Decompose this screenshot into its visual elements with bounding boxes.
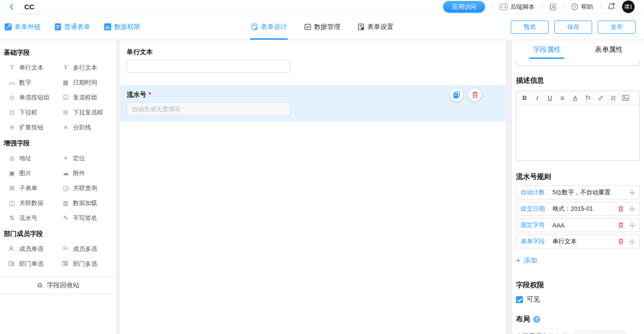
field-item-subform[interactable]: 子表单 (8, 185, 62, 192)
serial-number-icon (8, 214, 16, 221)
member-single-icon (8, 245, 16, 252)
tab-form-properties[interactable]: 表单属性 (578, 40, 640, 59)
rule-type-link[interactable]: 表单字段 (521, 237, 552, 246)
normal-form-button[interactable]: 普通表单 (55, 23, 90, 31)
field-item-signature[interactable]: 手写签名 (62, 214, 116, 221)
move-handle-icon[interactable] (629, 206, 635, 212)
normal-form-label: 普通表单 (64, 23, 90, 31)
user-avatar[interactable]: 谭1 (622, 0, 635, 13)
data-permission-icon (104, 23, 111, 30)
serial-number-input[interactable] (127, 102, 290, 115)
field-item-data-load[interactable]: 数据加载 (62, 199, 116, 206)
italic-icon[interactable] (531, 93, 544, 103)
rule-type-link[interactable]: 自动计数 (521, 188, 552, 197)
align-icon[interactable] (556, 93, 569, 103)
delete-rule-icon[interactable] (618, 222, 624, 228)
rule-value: 格式：2015-01 (552, 205, 618, 213)
tab-form-settings[interactable]: 表单设置 (358, 14, 394, 40)
field-item-checkbox-group[interactable]: 复选框组 (62, 94, 116, 101)
app-access-button[interactable]: 应用访问 (443, 1, 485, 13)
text-icon (8, 64, 16, 71)
form-canvas[interactable]: 单行文本 流水号 * (120, 40, 506, 334)
unlink-icon[interactable] (607, 93, 619, 103)
tab-field-properties[interactable]: 字段属性 (516, 40, 578, 59)
editor-toolbar (516, 91, 639, 105)
field-width-select[interactable]: 全部 (574, 330, 625, 334)
field-item-extend-button[interactable]: 扩展按钮 (8, 124, 62, 131)
section-title-basic-fields: 基础字段 (4, 49, 116, 57)
field-item-dept-single[interactable]: 部门单选 (8, 260, 62, 267)
field-item-image[interactable]: 图片 (8, 170, 62, 177)
visible-checkbox[interactable] (516, 296, 523, 303)
field-item-number[interactable]: 数字 (8, 79, 62, 86)
description-editor-body[interactable] (516, 105, 639, 160)
number-icon (8, 79, 16, 86)
section-title-enhanced-fields: 增强字段 (4, 139, 116, 148)
field-recycle-bin-button[interactable]: 字段回收站 (0, 277, 116, 294)
field-item-member-single[interactable]: 成员单选 (8, 245, 62, 252)
field-item-single-line-text[interactable]: 单行文本 (8, 64, 62, 71)
radio-group-icon (8, 94, 16, 101)
backend-script-button[interactable]: 后端脚本 (500, 3, 535, 11)
field-item-label: 成员多选 (73, 245, 97, 253)
data-permission-button[interactable]: 数据权限 (104, 23, 140, 31)
single-line-text-input[interactable] (127, 60, 290, 73)
recycle-icon (37, 282, 43, 289)
underline-icon[interactable] (544, 93, 556, 103)
field-item-attachment[interactable]: 附件 (62, 170, 116, 177)
save-button[interactable]: 保存 (554, 21, 592, 34)
bold-icon[interactable] (518, 93, 531, 103)
insert-image-icon[interactable] (619, 93, 632, 103)
rule-type-link[interactable]: 提交日期 (521, 205, 552, 213)
font-color-icon[interactable] (569, 93, 581, 103)
link-icon[interactable] (594, 93, 607, 103)
form-toolbar: 表单外链 普通表单 数据权限 表单设计 数据管理 (0, 14, 644, 40)
subform-icon (8, 185, 16, 192)
rule-value: 单行文本 (552, 237, 618, 246)
add-rule-button[interactable]: + 添加 (516, 256, 549, 265)
publish-button[interactable]: 发布 (598, 21, 636, 34)
canvas-field-serial-number[interactable]: 流水号 * (120, 85, 506, 121)
field-item-label: 手写签名 (73, 214, 97, 222)
field-item-multi-select[interactable]: 下拉复选框 (62, 109, 116, 116)
app-title[interactable]: CC (24, 3, 35, 11)
copy-field-button[interactable] (450, 88, 463, 101)
preview-button[interactable]: 预览 (511, 21, 549, 34)
add-rule-label: 添加 (524, 256, 537, 265)
field-item-linked-query[interactable]: 关联查询 (62, 185, 116, 192)
properties-panel: 字段属性 表单属性 描述信息 流水号规则 自动计数 5位数字，不自动重置 提交日… (511, 40, 644, 334)
header-divider (600, 3, 601, 10)
delete-rule-icon[interactable] (618, 238, 624, 245)
field-item-address[interactable]: 地址 (8, 155, 62, 162)
field-item-locate[interactable]: 定位 (62, 155, 116, 162)
field-item-dept-multi[interactable]: 部门多选 (62, 260, 116, 267)
field-item-datetime[interactable]: 日期时间 (62, 79, 116, 86)
tab-form-design[interactable]: 表单设计 (251, 14, 287, 40)
delete-field-button[interactable] (468, 88, 481, 101)
field-item-radio-group[interactable]: 单选按钮组 (8, 94, 62, 101)
field-title-input-partial[interactable] (516, 60, 640, 66)
description-title: 描述信息 (516, 76, 640, 85)
font-size-icon[interactable] (581, 93, 594, 103)
notification-bell-icon[interactable] (608, 3, 615, 11)
field-item-multi-line-text[interactable]: 多行文本 (62, 64, 116, 71)
canvas-field-single-line-text[interactable]: 单行文本 (120, 40, 506, 85)
tab-data-manage[interactable]: 数据管理 (304, 14, 340, 40)
field-item-linked-data[interactable]: 关联数据 (8, 199, 62, 206)
field-item-divider[interactable]: 分割线 (62, 124, 116, 131)
help-button[interactable]: ? 帮助 (571, 3, 593, 11)
back-icon[interactable] (8, 3, 15, 10)
contacts-icon[interactable] (549, 3, 557, 11)
plus-icon: + (516, 257, 521, 264)
delete-rule-icon[interactable] (618, 206, 624, 212)
field-item-serial-number[interactable]: 流水号 (8, 214, 62, 221)
tab-field-properties-label: 字段属性 (533, 45, 561, 54)
move-handle-icon[interactable] (629, 222, 635, 228)
layout-help-icon[interactable] (533, 316, 540, 323)
field-item-select[interactable]: 下拉框 (8, 109, 62, 116)
field-item-member-multi[interactable]: 成员多选 (62, 245, 116, 252)
form-external-link-button[interactable]: 表单外链 (5, 23, 41, 31)
move-handle-icon[interactable] (629, 190, 635, 196)
move-handle-icon[interactable] (629, 239, 635, 245)
rule-type-link[interactable]: 固定字符 (521, 221, 552, 229)
